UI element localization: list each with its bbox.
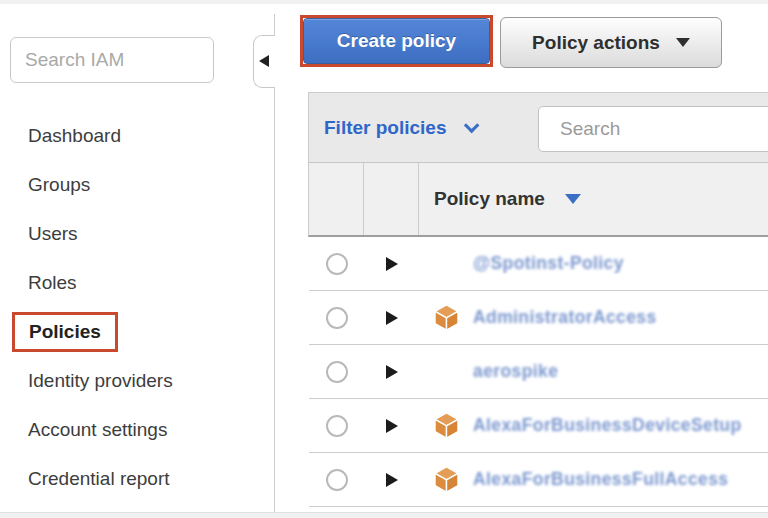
row-select-cell [309, 469, 364, 491]
sidebar-item-label: Groups [28, 174, 90, 196]
expand-arrow-icon[interactable] [386, 365, 398, 379]
row-name-cell: AlexaForBusinessDeviceSetup [419, 412, 768, 439]
annotation-box-create-policy: Create policy [300, 15, 493, 67]
collapse-left-triangle-icon [259, 55, 269, 67]
row-radio-button[interactable] [326, 469, 348, 491]
table-row: AlexaForBusinessDeviceSetup [309, 399, 768, 453]
sidebar-item-label: Credential report [28, 468, 170, 490]
top-edge-strip [0, 0, 768, 4]
sort-down-icon [565, 194, 581, 204]
policy-type-icon-slot [434, 466, 460, 493]
row-radio-button[interactable] [326, 415, 348, 437]
expand-arrow-icon[interactable] [386, 257, 398, 271]
policy-type-icon-slot [434, 412, 460, 439]
sidebar-item-account-settings[interactable]: Account settings [0, 405, 270, 454]
sidebar-item-users[interactable]: Users [0, 209, 270, 258]
table-rows: @Spotinst-Policy AdministratorAccess [308, 237, 768, 507]
row-radio-button[interactable] [326, 361, 348, 383]
policy-actions-label: Policy actions [532, 32, 660, 54]
filter-policies-dropdown[interactable]: Filter policies [324, 117, 475, 139]
aws-managed-policy-cube-icon [434, 466, 459, 493]
search-iam-input[interactable] [10, 37, 214, 83]
sidebar-divider [274, 14, 275, 512]
aws-managed-policy-cube-icon [434, 412, 459, 439]
bottom-edge-strip [0, 512, 768, 518]
header-cell-expand [364, 163, 419, 235]
policy-name-link[interactable]: aerospike [473, 361, 558, 382]
expand-arrow-icon[interactable] [386, 473, 398, 487]
sidebar-item-dashboard[interactable]: Dashboard [0, 111, 270, 160]
aws-managed-policy-cube-icon [434, 304, 459, 331]
row-name-cell: @Spotinst-Policy [419, 253, 768, 274]
expand-arrow-icon[interactable] [386, 311, 398, 325]
table-header: Policy name [308, 163, 768, 237]
sidebar-item-label: Roles [28, 272, 77, 294]
row-radio-button[interactable] [326, 253, 348, 275]
filter-policies-label: Filter policies [324, 117, 446, 139]
table-row: AdministratorAccess [309, 291, 768, 345]
sidebar-item-label: Dashboard [28, 125, 121, 147]
row-expand-cell [364, 257, 419, 271]
sidebar-item-policies[interactable]: Policies [0, 307, 270, 356]
row-expand-cell [364, 365, 419, 379]
policies-table: Filter policies Policy name [308, 92, 768, 507]
row-select-cell [309, 415, 364, 437]
policy-name-link[interactable]: AlexaForBusinessFullAccess [473, 469, 729, 490]
row-expand-cell [364, 473, 419, 487]
policy-actions-button[interactable]: Policy actions [500, 17, 722, 68]
row-select-cell [309, 253, 364, 275]
policy-name-link[interactable]: AdministratorAccess [473, 307, 657, 328]
table-row: aerospike [309, 345, 768, 399]
sidebar-item-groups[interactable]: Groups [0, 160, 270, 209]
collapse-sidebar-button[interactable] [253, 35, 275, 88]
chevron-down-icon [464, 118, 480, 134]
row-select-cell [309, 307, 364, 329]
row-name-cell: AlexaForBusinessFullAccess [419, 466, 768, 493]
row-name-cell: aerospike [419, 361, 768, 382]
table-row: AlexaForBusinessFullAccess [309, 453, 768, 507]
policy-name-header-label: Policy name [434, 188, 545, 210]
header-cell-select [309, 163, 364, 235]
row-select-cell [309, 361, 364, 383]
sidebar-item-label: Users [28, 223, 78, 245]
create-policy-button[interactable]: Create policy [303, 18, 490, 64]
expand-arrow-icon[interactable] [386, 419, 398, 433]
row-radio-button[interactable] [326, 307, 348, 329]
row-expand-cell [364, 311, 419, 325]
policy-name-link[interactable]: @Spotinst-Policy [473, 253, 624, 274]
policy-type-icon-slot [434, 304, 460, 331]
table-row: @Spotinst-Policy [309, 237, 768, 291]
sidebar-nav: Dashboard Groups Users Roles Policies Id… [0, 111, 270, 503]
policy-search-input[interactable] [560, 118, 768, 140]
sidebar-item-label: Account settings [28, 419, 167, 441]
sidebar-item-identity-providers[interactable]: Identity providers [0, 356, 270, 405]
policy-search-box [538, 106, 768, 152]
sidebar-item-label: Policies [12, 312, 118, 352]
sidebar-item-label: Identity providers [28, 370, 173, 392]
policy-name-link[interactable]: AlexaForBusinessDeviceSetup [473, 415, 742, 436]
row-expand-cell [364, 419, 419, 433]
sidebar-item-credential-report[interactable]: Credential report [0, 454, 270, 503]
sidebar-item-roles[interactable]: Roles [0, 258, 270, 307]
policy-name-sort-header[interactable]: Policy name [419, 163, 768, 235]
row-name-cell: AdministratorAccess [419, 304, 768, 331]
caret-down-icon [676, 38, 690, 47]
filter-bar: Filter policies [308, 92, 768, 163]
